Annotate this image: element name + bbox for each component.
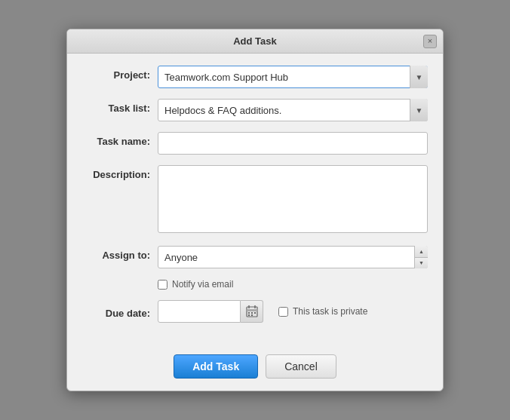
svg-rect-4: [248, 312, 250, 314]
add-task-button[interactable]: Add Task: [174, 354, 258, 379]
calendar-button[interactable]: [241, 300, 263, 323]
tasklist-select[interactable]: Helpdocs & FAQ additions.: [158, 99, 428, 121]
dialog-footer: Add Task Cancel: [67, 347, 443, 391]
duedate-row: Due date:: [82, 300, 428, 323]
description-control: [158, 165, 428, 235]
assignto-control: Anyone ▲ ▼: [158, 246, 428, 268]
project-control: Teamwork.com Support Hub ▼: [158, 66, 428, 88]
assignto-spinner-up[interactable]: ▲: [415, 246, 428, 258]
duedate-control: [158, 300, 263, 323]
duedate-input[interactable]: [158, 300, 241, 323]
private-wrap: This task is private: [278, 306, 367, 317]
svg-rect-5: [251, 312, 253, 314]
svg-rect-1: [247, 309, 257, 311]
taskname-label: Task name:: [82, 132, 158, 147]
arrow-down-icon: ▼: [419, 260, 424, 265]
taskname-row: Task name:: [82, 132, 428, 155]
assignto-spinner-wrapper: Anyone ▲ ▼: [158, 246, 428, 268]
svg-rect-6: [254, 312, 256, 314]
project-row: Project: Teamwork.com Support Hub ▼: [82, 66, 428, 88]
notify-label: Notify via email: [172, 279, 233, 290]
notify-row: Notify via email: [82, 279, 428, 290]
dialog-title: Add Task: [233, 35, 277, 47]
svg-rect-8: [251, 314, 253, 316]
tasklist-select-wrapper: Helpdocs & FAQ additions. ▼: [158, 99, 428, 121]
dialog-titlebar: Add Task ×: [67, 29, 443, 54]
assignto-spinner-arrows: ▲ ▼: [414, 246, 428, 268]
notify-checkbox[interactable]: [158, 280, 167, 290]
arrow-up-icon: ▲: [419, 249, 424, 254]
private-checkbox[interactable]: [278, 307, 288, 317]
svg-rect-7: [248, 314, 250, 316]
close-icon: ×: [428, 37, 432, 45]
assignto-spinner-down[interactable]: ▼: [415, 258, 428, 269]
project-select-wrapper: Teamwork.com Support Hub ▼: [158, 66, 428, 88]
description-label: Description:: [82, 165, 158, 180]
tasklist-control: Helpdocs & FAQ additions. ▼: [158, 99, 428, 121]
tasklist-row: Task list: Helpdocs & FAQ additions. ▼: [82, 99, 428, 121]
cancel-button[interactable]: Cancel: [266, 354, 336, 379]
duedate-label: Due date:: [82, 304, 158, 319]
description-textarea[interactable]: [158, 165, 428, 233]
private-label: This task is private: [293, 306, 367, 317]
assignto-label: Assign to:: [82, 246, 158, 261]
close-button[interactable]: ×: [423, 35, 437, 48]
dialog-body: Project: Teamwork.com Support Hub ▼ Task…: [67, 54, 443, 347]
project-label: Project:: [82, 66, 158, 81]
add-task-dialog: Add Task × Project: Teamwork.com Support…: [66, 29, 444, 391]
assignto-select[interactable]: Anyone: [158, 246, 428, 268]
assignto-row: Assign to: Anyone ▲ ▼: [82, 246, 428, 268]
project-select[interactable]: Teamwork.com Support Hub: [158, 66, 428, 88]
taskname-control: [158, 132, 428, 155]
taskname-input[interactable]: [158, 132, 428, 155]
tasklist-label: Task list:: [82, 99, 158, 114]
calendar-icon: [246, 305, 258, 317]
description-row: Description:: [82, 165, 428, 235]
